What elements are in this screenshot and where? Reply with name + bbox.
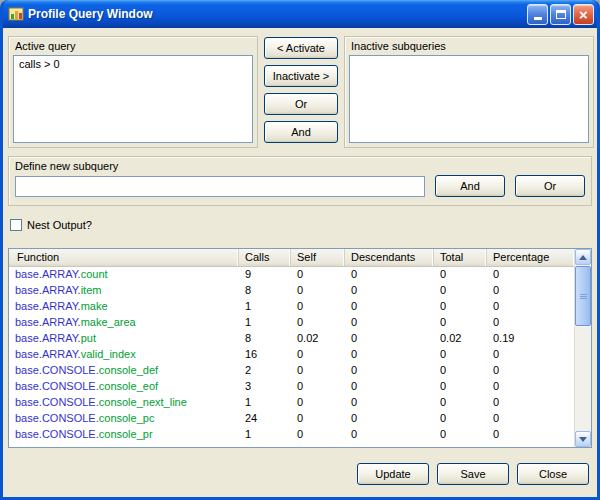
- cell-percentage: 0: [487, 347, 574, 363]
- table-row[interactable]: base.ARRAY.count90000: [9, 267, 574, 283]
- function-name: console_def: [99, 364, 158, 376]
- nest-output-checkbox[interactable]: [10, 219, 22, 231]
- function-name: console_next_line: [99, 396, 187, 408]
- cell-total: 0: [434, 379, 487, 395]
- scroll-down-button[interactable]: [575, 431, 591, 447]
- cell-function: base.CONSOLE.console_pr: [9, 427, 239, 443]
- cell-calls: 2: [239, 363, 291, 379]
- cell-percentage: 0: [487, 363, 574, 379]
- and-button[interactable]: And: [264, 121, 338, 143]
- scrollbar-track[interactable]: [575, 265, 591, 431]
- cell-function: base.CONSOLE.console_eof: [9, 379, 239, 395]
- column-header-self[interactable]: Self: [291, 249, 345, 266]
- cell-percentage: 0: [487, 283, 574, 299]
- cell-descendants: 0: [345, 267, 434, 283]
- footer-buttons: Update Save Close: [8, 463, 592, 485]
- query-section: Active query calls > 0 < Activate Inacti…: [8, 36, 592, 148]
- cell-percentage: 0: [487, 411, 574, 427]
- nest-output-row: Nest Output?: [8, 218, 592, 232]
- function-name: console_eof: [99, 380, 158, 392]
- minimize-icon: [534, 17, 542, 20]
- cell-descendants: 0: [345, 347, 434, 363]
- function-name: count: [81, 268, 108, 280]
- column-header-total[interactable]: Total: [434, 249, 487, 266]
- table-row[interactable]: base.ARRAY.make10000: [9, 299, 574, 315]
- scrollbar-grip-icon: [580, 296, 587, 297]
- cell-calls: 24: [239, 411, 291, 427]
- inactivate-button[interactable]: Inactivate >: [264, 65, 338, 87]
- function-name: console_pc: [99, 412, 155, 424]
- scroll-up-button[interactable]: [575, 249, 591, 265]
- update-button[interactable]: Update: [357, 463, 429, 485]
- cell-descendants: 0: [345, 427, 434, 443]
- table-row[interactable]: base.ARRAY.item80000: [9, 283, 574, 299]
- column-header-function[interactable]: Function: [9, 249, 239, 266]
- function-name: item: [81, 284, 102, 296]
- table-row[interactable]: base.CONSOLE.console_pc240000: [9, 411, 574, 427]
- function-name: make: [81, 300, 108, 312]
- cell-total: 0: [434, 315, 487, 331]
- results-grid: Function Calls Self Descendants Total Pe…: [9, 249, 574, 447]
- table-row[interactable]: base.CONSOLE.console_def20000: [9, 363, 574, 379]
- function-prefix: base.ARRAY.: [15, 300, 81, 312]
- table-row[interactable]: base.ARRAY.valid_index160000: [9, 347, 574, 363]
- app-icon: [8, 6, 24, 22]
- column-header-calls[interactable]: Calls: [239, 249, 291, 266]
- cell-percentage: 0.19: [487, 331, 574, 347]
- maximize-button[interactable]: [550, 4, 571, 25]
- profile-query-window: Profile Query Window × Active query call…: [0, 0, 600, 500]
- subquery-input[interactable]: [15, 176, 425, 197]
- define-subquery-label: Define new subquery: [9, 157, 591, 175]
- cell-descendants: 0: [345, 299, 434, 315]
- subquery-or-button[interactable]: Or: [515, 175, 585, 197]
- function-name: put: [81, 332, 96, 344]
- titlebar[interactable]: Profile Query Window ×: [3, 0, 597, 28]
- close-dialog-button[interactable]: Close: [517, 463, 589, 485]
- window-title: Profile Query Window: [28, 7, 527, 21]
- function-name: make_area: [81, 316, 136, 328]
- function-prefix: base.ARRAY.: [15, 284, 81, 296]
- table-row[interactable]: base.ARRAY.put80.0200.020.19: [9, 331, 574, 347]
- table-row[interactable]: base.CONSOLE.console_pr10000: [9, 427, 574, 443]
- column-header-descendants[interactable]: Descendants: [345, 249, 434, 266]
- column-header-percentage[interactable]: Percentage: [487, 249, 574, 266]
- cell-calls: 8: [239, 283, 291, 299]
- active-query-list[interactable]: calls > 0: [13, 55, 253, 143]
- minimize-button[interactable]: [527, 4, 548, 25]
- cell-self: 0: [291, 299, 345, 315]
- cell-descendants: 0: [345, 315, 434, 331]
- vertical-scrollbar[interactable]: [574, 249, 591, 447]
- inactive-subqueries-list[interactable]: [349, 55, 589, 143]
- inactive-subqueries-panel: Inactive subqueries: [344, 36, 594, 148]
- close-icon: ×: [579, 5, 588, 24]
- cell-calls: 3: [239, 379, 291, 395]
- close-button[interactable]: ×: [573, 4, 594, 25]
- activate-button[interactable]: < Activate: [264, 37, 338, 59]
- cell-total: 0: [434, 299, 487, 315]
- inactive-subqueries-label: Inactive subqueries: [345, 37, 593, 55]
- caption-buttons: ×: [527, 4, 594, 25]
- cell-percentage: 0: [487, 315, 574, 331]
- cell-descendants: 0: [345, 331, 434, 347]
- save-button[interactable]: Save: [437, 463, 509, 485]
- table-row[interactable]: base.ARRAY.make_area10000: [9, 315, 574, 331]
- scroll-up-icon: [579, 255, 587, 260]
- nest-output-label: Nest Output?: [27, 219, 92, 231]
- cell-self: 0: [291, 411, 345, 427]
- cell-total: 0: [434, 395, 487, 411]
- cell-self: 0: [291, 267, 345, 283]
- cell-descendants: 0: [345, 379, 434, 395]
- cell-function: base.CONSOLE.console_def: [9, 363, 239, 379]
- table-row[interactable]: base.CONSOLE.console_eof30000: [9, 379, 574, 395]
- scrollbar-thumb[interactable]: [575, 266, 591, 326]
- cell-self: 0: [291, 347, 345, 363]
- function-prefix: base.CONSOLE.: [15, 364, 99, 376]
- active-query-item[interactable]: calls > 0: [14, 56, 252, 72]
- table-row[interactable]: base.CONSOLE.console_next_line10000: [9, 395, 574, 411]
- or-button[interactable]: Or: [264, 93, 338, 115]
- function-prefix: base.ARRAY.: [15, 332, 81, 344]
- function-name: console_pr: [99, 428, 153, 440]
- subquery-and-button[interactable]: And: [435, 175, 505, 197]
- cell-calls: 1: [239, 315, 291, 331]
- cell-self: 0: [291, 283, 345, 299]
